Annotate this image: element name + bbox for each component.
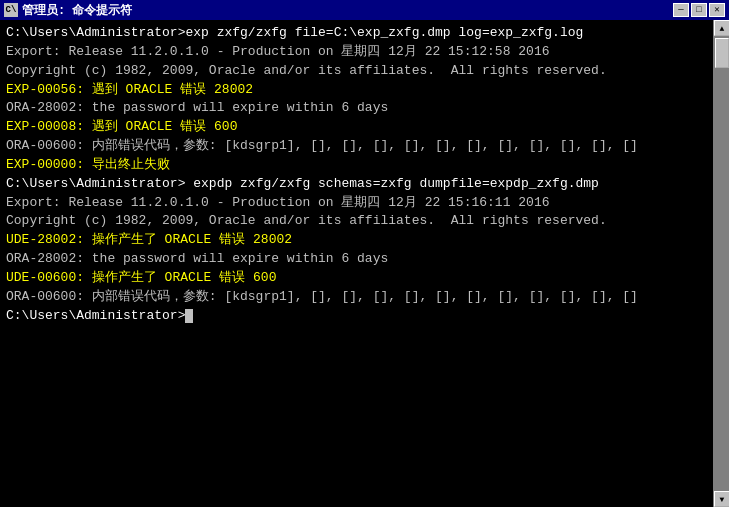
terminal-line: ORA-00600: 内部错误代码，参数: [kdsgrp1], [], [],…	[6, 137, 707, 156]
terminal-line: EXP-00000: 导出终止失败	[6, 156, 707, 175]
minimize-button[interactable]: ─	[673, 3, 689, 17]
scrollbar-thumb[interactable]	[715, 38, 729, 68]
terminal-line: ORA-28002: the password will expire with…	[6, 250, 707, 269]
terminal-line: EXP-00056: 遇到 ORACLE 错误 28002	[6, 81, 707, 100]
terminal-cursor	[185, 309, 193, 323]
scroll-down-button[interactable]: ▼	[714, 491, 729, 507]
app-icon: C\	[4, 3, 18, 17]
window-controls: ─ □ ✕	[673, 3, 725, 17]
scroll-up-button[interactable]: ▲	[714, 20, 729, 36]
terminal-line: EXP-00008: 遇到 ORACLE 错误 600	[6, 118, 707, 137]
terminal-output[interactable]: C:\Users\Administrator>exp zxfg/zxfg fil…	[0, 20, 713, 507]
close-button[interactable]: ✕	[709, 3, 725, 17]
scrollbar-track[interactable]	[714, 36, 729, 491]
terminal-line: UDE-28002: 操作产生了 ORACLE 错误 28002	[6, 231, 707, 250]
terminal-line: UDE-00600: 操作产生了 ORACLE 错误 600	[6, 269, 707, 288]
title-bar-left: C\ 管理员: 命令提示符	[4, 2, 132, 19]
terminal-line: Export: Release 11.2.0.1.0 - Production …	[6, 43, 707, 62]
terminal-window: C:\Users\Administrator>exp zxfg/zxfg fil…	[0, 20, 729, 507]
title-bar: C\ 管理员: 命令提示符 ─ □ ✕	[0, 0, 729, 20]
maximize-button[interactable]: □	[691, 3, 707, 17]
terminal-line: Export: Release 11.2.0.1.0 - Production …	[6, 194, 707, 213]
terminal-line: ORA-28002: the password will expire with…	[6, 99, 707, 118]
terminal-line: C:\Users\Administrator>exp zxfg/zxfg fil…	[6, 24, 707, 43]
terminal-line: ORA-00600: 内部错误代码，参数: [kdsgrp1], [], [],…	[6, 288, 707, 307]
terminal-line: Copyright (c) 1982, 2009, Oracle and/or …	[6, 62, 707, 81]
window-title: 管理员: 命令提示符	[22, 2, 132, 19]
terminal-line: C:\Users\Administrator>	[6, 307, 707, 326]
terminal-line: C:\Users\Administrator> expdp zxfg/zxfg …	[6, 175, 707, 194]
terminal-line: Copyright (c) 1982, 2009, Oracle and/or …	[6, 212, 707, 231]
